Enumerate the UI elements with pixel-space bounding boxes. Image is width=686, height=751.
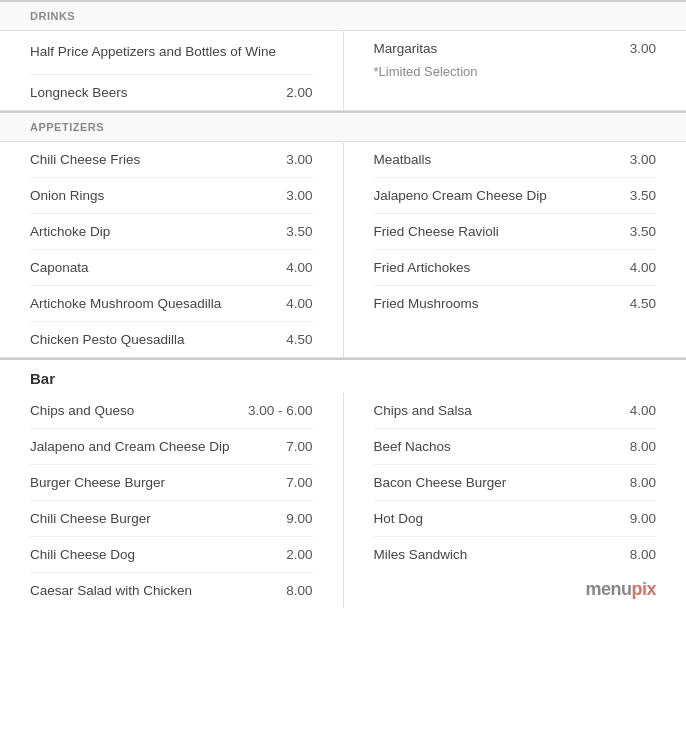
item-price: 3.00 (630, 152, 656, 167)
item-price: 3.00 - 6.00 (248, 403, 313, 418)
item-name: Onion Rings (30, 188, 276, 203)
item-price: 8.00 (286, 583, 312, 598)
item-price: 7.00 (286, 475, 312, 490)
list-item: Half Price Appetizers and Bottles of Win… (30, 31, 313, 75)
item-price: 3.50 (286, 224, 312, 239)
item-name: Beef Nachos (374, 439, 620, 454)
item-price: 8.00 (630, 439, 656, 454)
menu-part: menu (585, 579, 631, 599)
drinks-section: DRINKS Half Price Appetizers and Bottles… (0, 0, 686, 111)
item-price: 3.00 (630, 41, 656, 56)
item-price: 4.00 (630, 260, 656, 275)
item-name: Caponata (30, 260, 276, 275)
bar-header: Bar (0, 360, 686, 393)
drinks-right-col: Margaritas 3.00 *Limited Selection (343, 31, 687, 110)
item-name: Caesar Salad with Chicken (30, 583, 276, 598)
item-price: 3.50 (630, 224, 656, 239)
list-item: Chili Cheese Fries 3.00 (30, 142, 313, 178)
drinks-content: Half Price Appetizers and Bottles of Win… (0, 31, 686, 111)
item-price: 4.50 (630, 296, 656, 311)
item-name: Chips and Queso (30, 403, 238, 418)
list-item: Fried Mushrooms 4.50 (374, 286, 657, 321)
list-item: Artichoke Mushroom Quesadilla 4.00 (30, 286, 313, 322)
item-price: 3.00 (286, 152, 312, 167)
item-name: Artichoke Mushroom Quesadilla (30, 296, 276, 311)
item-name: Half Price Appetizers and Bottles of Win… (30, 43, 313, 62)
item-name: Miles Sandwich (374, 547, 620, 562)
item-name: Fried Mushrooms (374, 296, 620, 311)
list-item: Burger Cheese Burger 7.00 (30, 465, 313, 501)
list-item: Chili Cheese Burger 9.00 (30, 501, 313, 537)
list-item: Chili Cheese Dog 2.00 (30, 537, 313, 573)
list-item: Meatballs 3.00 (374, 142, 657, 178)
item-price: 3.00 (286, 188, 312, 203)
drinks-left-col: Half Price Appetizers and Bottles of Win… (0, 31, 343, 110)
margaritas-row: Margaritas 3.00 (374, 41, 657, 60)
list-item: Caesar Salad with Chicken 8.00 (30, 573, 313, 608)
list-item: Chips and Queso 3.00 - 6.00 (30, 393, 313, 429)
item-price: 9.00 (630, 511, 656, 526)
item-name: Chili Cheese Burger (30, 511, 276, 526)
bar-content: Chips and Queso 3.00 - 6.00 Jalapeno and… (0, 393, 686, 608)
item-price: 2.00 (286, 547, 312, 562)
list-item: Beef Nachos 8.00 (374, 429, 657, 465)
item-name: Fried Cheese Ravioli (374, 224, 620, 239)
list-item: Chips and Salsa 4.00 (374, 393, 657, 429)
item-name: Meatballs (374, 152, 620, 167)
list-item: Longneck Beers 2.00 (30, 75, 313, 110)
item-name: Longneck Beers (30, 85, 276, 100)
item-name: Burger Cheese Burger (30, 475, 276, 490)
appetizers-section: APPETIZERS Chili Cheese Fries 3.00 Onion… (0, 111, 686, 358)
pix-part: pix (631, 579, 656, 599)
bar-section: Bar Chips and Queso 3.00 - 6.00 Jalapeno… (0, 358, 686, 608)
bar-left-col: Chips and Queso 3.00 - 6.00 Jalapeno and… (0, 393, 343, 608)
list-item: Jalapeno and Cream Cheese Dip 7.00 (30, 429, 313, 465)
item-price: 9.00 (286, 511, 312, 526)
appetizers-header: APPETIZERS (0, 113, 686, 142)
item-name: Fried Artichokes (374, 260, 620, 275)
bar-right-col: Chips and Salsa 4.00 Beef Nachos 8.00 Ba… (343, 393, 687, 608)
item-name: Chili Cheese Dog (30, 547, 276, 562)
list-item: Caponata 4.00 (30, 250, 313, 286)
item-name: Jalapeno Cream Cheese Dip (374, 188, 620, 203)
drinks-right-special: Margaritas 3.00 *Limited Selection (374, 31, 657, 89)
appetizers-right-col: Meatballs 3.00 Jalapeno Cream Cheese Dip… (343, 142, 687, 357)
list-item: Fried Artichokes 4.00 (374, 250, 657, 286)
item-name: Chicken Pesto Quesadilla (30, 332, 276, 347)
item-name: Jalapeno and Cream Cheese Dip (30, 439, 276, 454)
list-item: Miles Sandwich 8.00 (374, 537, 657, 572)
limited-selection-note: *Limited Selection (374, 60, 657, 79)
list-item: Bacon Cheese Burger 8.00 (374, 465, 657, 501)
list-item: Hot Dog 9.00 (374, 501, 657, 537)
item-price: 4.00 (286, 260, 312, 275)
item-price: 2.00 (286, 85, 312, 100)
item-name: Bacon Cheese Burger (374, 475, 620, 490)
item-price: 4.50 (286, 332, 312, 347)
list-item: Jalapeno Cream Cheese Dip 3.50 (374, 178, 657, 214)
item-price: 4.00 (286, 296, 312, 311)
item-name: Margaritas (374, 41, 620, 56)
list-item: Chicken Pesto Quesadilla 4.50 (30, 322, 313, 357)
item-name: Hot Dog (374, 511, 620, 526)
item-price: 8.00 (630, 475, 656, 490)
drinks-header: DRINKS (0, 2, 686, 31)
item-price: 3.50 (630, 188, 656, 203)
appetizers-content: Chili Cheese Fries 3.00 Onion Rings 3.00… (0, 142, 686, 358)
item-name: Artichoke Dip (30, 224, 276, 239)
list-item: Fried Cheese Ravioli 3.50 (374, 214, 657, 250)
item-price: 4.00 (630, 403, 656, 418)
item-price: 8.00 (630, 547, 656, 562)
menupix-logo: menupix (585, 579, 656, 600)
list-item: Artichoke Dip 3.50 (30, 214, 313, 250)
list-item: Onion Rings 3.00 (30, 178, 313, 214)
item-price: 7.00 (286, 439, 312, 454)
appetizers-left-col: Chili Cheese Fries 3.00 Onion Rings 3.00… (0, 142, 343, 357)
item-name: Chili Cheese Fries (30, 152, 276, 167)
item-name: Chips and Salsa (374, 403, 620, 418)
